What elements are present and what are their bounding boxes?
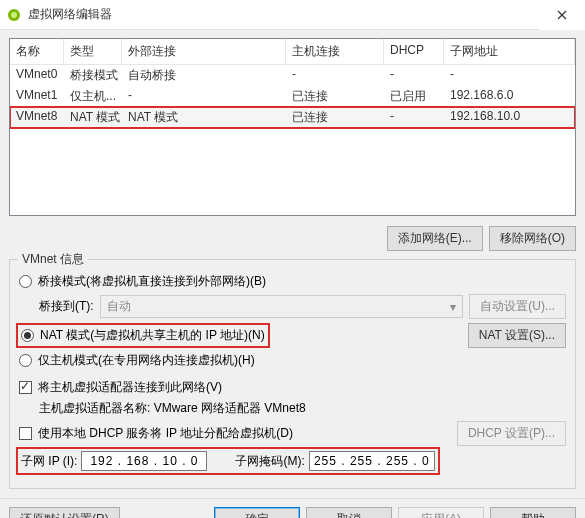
close-icon xyxy=(557,10,567,20)
apply-button[interactable]: 应用(A) xyxy=(398,507,484,518)
col-subnet[interactable]: 子网地址 xyxy=(444,39,575,64)
auto-settings-button[interactable]: 自动设置(U)... xyxy=(469,294,566,319)
close-button[interactable] xyxy=(539,0,585,30)
table-row[interactable]: VMnet1 仅主机... - 已连接 已启用 192.168.6.0 xyxy=(10,86,575,107)
bridged-to-select[interactable]: 自动 ▾ xyxy=(100,295,464,318)
dhcp-settings-button[interactable]: DHCP 设置(P)... xyxy=(457,421,566,446)
checkbox-icon xyxy=(19,427,32,440)
adapter-name-label: 主机虚拟适配器名称: VMware 网络适配器 VMnet8 xyxy=(39,400,306,417)
window-title: 虚拟网络编辑器 xyxy=(28,6,539,23)
radio-icon xyxy=(21,329,34,342)
table-row-selected[interactable]: VMnet8 NAT 模式 NAT 模式 已连接 - 192.168.10.0 xyxy=(10,107,575,128)
subnet-mask-label: 子网掩码(M): xyxy=(235,453,304,470)
col-dhcp[interactable]: DHCP xyxy=(384,39,444,64)
col-host-connection[interactable]: 主机连接 xyxy=(286,39,384,64)
bridged-label: 桥接模式(将虚拟机直接连接到外部网络)(B) xyxy=(38,273,266,290)
subnet-fields-highlight: 子网 IP (I): 192 . 168 . 10 . 0 子网掩码(M): 2… xyxy=(19,450,437,472)
radio-icon xyxy=(19,354,32,367)
table-row[interactable]: VMnet0 桥接模式 自动桥接 - - - xyxy=(10,65,575,86)
col-type[interactable]: 类型 xyxy=(64,39,122,64)
cancel-button[interactable]: 取消 xyxy=(306,507,392,518)
help-button[interactable]: 帮助 xyxy=(490,507,576,518)
vmnet-info-group: VMnet 信息 桥接模式(将虚拟机直接连接到外部网络)(B) 桥接到(T): … xyxy=(9,259,576,489)
bridged-radio-row[interactable]: 桥接模式(将虚拟机直接连接到外部网络)(B) xyxy=(19,273,566,290)
subnet-ip-input[interactable]: 192 . 168 . 10 . 0 xyxy=(81,451,207,471)
nat-radio-row[interactable]: NAT 模式(与虚拟机共享主机的 IP 地址)(N) xyxy=(19,326,267,345)
col-name[interactable]: 名称 xyxy=(10,39,64,64)
nat-label: NAT 模式(与虚拟机共享主机的 IP 地址)(N) xyxy=(40,327,265,344)
radio-icon xyxy=(19,275,32,288)
use-dhcp-row[interactable]: 使用本地 DHCP 服务将 IP 地址分配给虚拟机(D) xyxy=(19,425,293,442)
ok-button[interactable]: 确定 xyxy=(214,507,300,518)
connect-adapter-label: 将主机虚拟适配器连接到此网络(V) xyxy=(38,379,222,396)
checkbox-icon xyxy=(19,381,32,394)
hostonly-label: 仅主机模式(在专用网络内连接虚拟机)(H) xyxy=(38,352,255,369)
table-header: 名称 类型 外部连接 主机连接 DHCP 子网地址 xyxy=(10,39,575,65)
app-icon xyxy=(6,7,22,23)
chevron-down-icon: ▾ xyxy=(450,300,456,314)
group-title: VMnet 信息 xyxy=(18,251,88,268)
connect-adapter-row[interactable]: 将主机虚拟适配器连接到此网络(V) xyxy=(19,379,566,396)
restore-defaults-button[interactable]: 还原默认设置(R) xyxy=(9,507,120,518)
bridged-to-label: 桥接到(T): xyxy=(39,298,94,315)
add-network-button[interactable]: 添加网络(E)... xyxy=(387,226,483,251)
subnet-mask-input[interactable]: 255 . 255 . 255 . 0 xyxy=(309,451,435,471)
network-table: 名称 类型 外部连接 主机连接 DHCP 子网地址 VMnet0 桥接模式 自动… xyxy=(9,38,576,216)
svg-point-1 xyxy=(11,12,17,18)
subnet-ip-label: 子网 IP (I): xyxy=(21,453,77,470)
bottom-bar: 还原默认设置(R) 确定 取消 应用(A) 帮助 xyxy=(0,498,585,518)
hostonly-radio-row[interactable]: 仅主机模式(在专用网络内连接虚拟机)(H) xyxy=(19,352,566,369)
titlebar: 虚拟网络编辑器 xyxy=(0,0,585,30)
nat-settings-button[interactable]: NAT 设置(S)... xyxy=(468,323,566,348)
remove-network-button[interactable]: 移除网络(O) xyxy=(489,226,576,251)
use-dhcp-label: 使用本地 DHCP 服务将 IP 地址分配给虚拟机(D) xyxy=(38,425,293,442)
col-ext-connection[interactable]: 外部连接 xyxy=(122,39,286,64)
